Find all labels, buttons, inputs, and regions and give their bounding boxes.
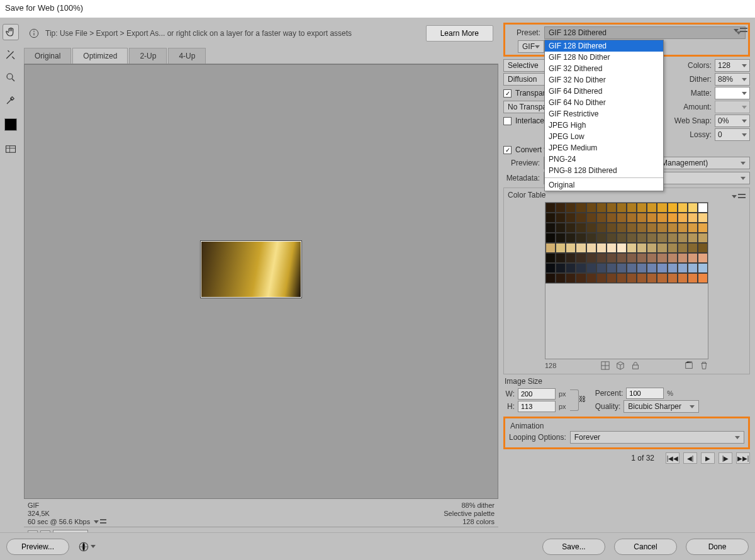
color-swatch[interactable] — [698, 273, 708, 283]
color-swatch[interactable] — [576, 223, 586, 233]
color-swatch[interactable] — [678, 243, 688, 253]
color-swatch[interactable] — [607, 263, 617, 273]
color-swatch[interactable] — [637, 263, 647, 273]
done-button[interactable]: Done — [686, 539, 749, 555]
tab-original[interactable]: Original — [24, 48, 71, 64]
color-swatch[interactable] — [617, 243, 627, 253]
color-swatch[interactable] — [556, 233, 566, 243]
color-swatch[interactable] — [545, 243, 556, 253]
color-swatch[interactable] — [576, 203, 586, 213]
color-swatch[interactable] — [688, 223, 698, 233]
slice-tool[interactable] — [3, 47, 19, 63]
color-swatch[interactable] — [668, 253, 678, 263]
color-swatch[interactable] — [668, 233, 678, 243]
preset-option[interactable]: GIF 128 No Dither — [545, 52, 663, 63]
preset-option[interactable]: GIF 128 Dithered — [545, 40, 663, 52]
color-swatch[interactable] — [637, 273, 647, 283]
color-swatch[interactable] — [607, 243, 617, 253]
color-swatch[interactable] — [607, 273, 617, 283]
format-dropdown[interactable]: GIF — [518, 40, 544, 53]
color-swatch[interactable] — [545, 233, 556, 243]
color-swatch[interactable] — [617, 233, 627, 243]
preset-option[interactable]: GIF 64 Dithered — [545, 86, 663, 97]
color-swatch[interactable] — [688, 213, 698, 223]
eyedropper-tool[interactable] — [3, 92, 19, 108]
color-swatch[interactable] — [657, 273, 667, 283]
color-swatch[interactable] — [657, 223, 667, 233]
color-swatch[interactable] — [698, 203, 708, 213]
color-swatch[interactable] — [668, 223, 678, 233]
browser-preview-icon[interactable] — [78, 541, 96, 552]
color-swatch[interactable] — [637, 223, 647, 233]
color-swatch[interactable] — [556, 203, 566, 213]
first-frame-button[interactable]: |◀◀ — [666, 452, 680, 464]
last-frame-button[interactable]: ▶▶| — [736, 452, 750, 464]
color-swatch[interactable] — [576, 263, 586, 273]
color-swatch[interactable] — [637, 233, 647, 243]
color-swatch[interactable] — [566, 263, 576, 273]
color-swatch[interactable] — [698, 213, 708, 223]
preset-options-list[interactable]: GIF 128 DitheredGIF 128 No DitherGIF 32 … — [544, 40, 664, 191]
color-swatch[interactable] — [627, 233, 637, 243]
color-swatch[interactable] — [688, 253, 698, 263]
color-swatch[interactable] — [678, 233, 688, 243]
color-swatch[interactable] — [607, 213, 617, 223]
color-swatch[interactable] — [586, 223, 596, 233]
color-swatch[interactable] — [545, 223, 556, 233]
color-swatch[interactable] — [627, 223, 637, 233]
hand-tool[interactable] — [3, 24, 19, 40]
color-swatch[interactable] — [617, 223, 627, 233]
color-swatch[interactable] — [586, 263, 596, 273]
color-swatch[interactable] — [607, 223, 617, 233]
color-swatch[interactable] — [657, 243, 667, 253]
dither-field[interactable]: 88% — [715, 73, 750, 86]
color-swatch[interactable] — [617, 273, 627, 283]
websnap-field[interactable]: 0% — [715, 115, 750, 127]
color-swatch[interactable] — [576, 233, 586, 243]
color-swatch[interactable] — [678, 253, 688, 263]
color-swatch[interactable] — [545, 263, 556, 273]
color-swatch[interactable] — [647, 273, 657, 283]
quality-dropdown[interactable]: Bicubic Sharper — [624, 400, 699, 413]
matte-swatch[interactable] — [715, 87, 750, 99]
color-swatch[interactable] — [678, 203, 688, 213]
tab-2up[interactable]: 2-Up — [129, 48, 167, 64]
color-swatch[interactable] — [688, 203, 698, 213]
color-table-grid[interactable] — [545, 202, 708, 284]
color-swatch[interactable] — [545, 213, 556, 223]
tab-4up[interactable]: 4-Up — [168, 48, 206, 64]
color-swatch[interactable] — [596, 203, 607, 213]
color-swatch[interactable] — [556, 263, 566, 273]
color-swatch[interactable] — [657, 213, 667, 223]
preset-option[interactable]: JPEG High — [545, 120, 663, 131]
tab-optimized[interactable]: Optimized — [72, 48, 128, 64]
preset-option[interactable]: GIF Restrictive — [545, 108, 663, 120]
color-swatch[interactable] — [566, 253, 576, 263]
color-swatch[interactable] — [637, 203, 647, 213]
zoom-tool[interactable] — [3, 69, 19, 86]
play-button[interactable]: ▶ — [701, 452, 715, 464]
color-swatch[interactable] — [678, 213, 688, 223]
ct-trash-icon[interactable] — [700, 361, 708, 370]
height-input[interactable] — [518, 401, 556, 412]
color-swatch[interactable] — [627, 273, 637, 283]
color-swatch[interactable] — [688, 243, 698, 253]
ct-cube-icon[interactable] — [616, 361, 625, 370]
color-swatch[interactable] — [586, 213, 596, 223]
color-swatch[interactable] — [647, 243, 657, 253]
color-swatch[interactable] — [556, 223, 566, 233]
preset-option[interactable]: GIF 64 No Dither — [545, 97, 663, 108]
slice-visibility-toggle[interactable] — [3, 141, 19, 157]
color-swatch[interactable] — [657, 253, 667, 263]
color-swatch[interactable] — [576, 213, 586, 223]
color-swatch[interactable] — [637, 253, 647, 263]
color-swatch[interactable] — [657, 233, 667, 243]
interlaced-checkbox[interactable] — [503, 117, 512, 125]
color-swatch[interactable] — [688, 273, 698, 283]
color-swatch[interactable] — [647, 203, 657, 213]
color-swatch[interactable] — [576, 273, 586, 283]
color-swatch[interactable] — [678, 273, 688, 283]
ct-pick-icon[interactable] — [601, 361, 610, 370]
preset-flyout-menu[interactable] — [734, 28, 747, 33]
preset-option[interactable]: PNG-8 128 Dithered — [545, 165, 663, 176]
